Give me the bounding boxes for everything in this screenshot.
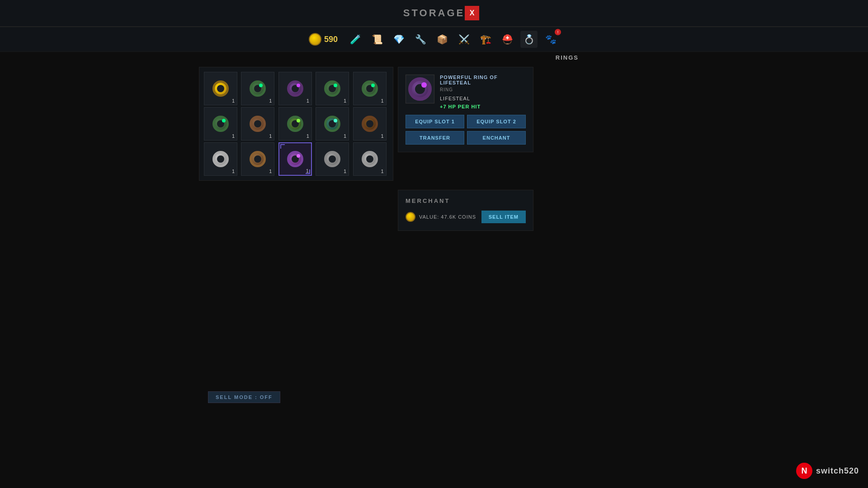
item-slot[interactable]: 1: [204, 72, 237, 105]
item-property: LIFESTEAL: [440, 96, 526, 101]
item-count: 1: [307, 133, 309, 139]
merchant-title: MERCHANT: [406, 197, 526, 204]
tab-gems[interactable]: 💎: [390, 31, 407, 48]
item-icon: [285, 149, 305, 169]
ring-purple-selected-icon: [287, 151, 303, 167]
ring-brown-icon: [250, 116, 266, 132]
ring-silver-icon: [212, 151, 229, 167]
item-slot[interactable]: 1: [278, 72, 312, 105]
item-slot[interactable]: 1: [241, 142, 274, 176]
item-count: 1: [381, 169, 383, 174]
item-count: 1: [381, 98, 383, 103]
item-slot[interactable]: 1: [353, 72, 387, 105]
item-slot[interactable]: 1: [316, 107, 349, 141]
item-icon: [248, 79, 268, 99]
item-slot[interactable]: 1: [316, 72, 349, 105]
close-button[interactable]: X: [465, 6, 479, 20]
item-count: 1: [232, 98, 235, 103]
item-slot[interactable]: 1: [353, 107, 387, 141]
item-count: 1: [344, 98, 346, 103]
item-name: POWERFUL RING OF LIFESTEAL: [440, 75, 526, 85]
inventory-panel: 1 1 1 1: [199, 67, 393, 181]
item-count: 1: [232, 133, 235, 139]
tab-chests[interactable]: 📦: [434, 31, 451, 48]
gem-icon: 💎: [393, 33, 405, 45]
equip-slot1-button[interactable]: EQUIP SLOT 1: [406, 115, 464, 128]
pet-icon: 🐾: [545, 33, 557, 45]
potion-icon: 🧪: [349, 33, 361, 45]
item-icon: [211, 149, 231, 169]
item-slot[interactable]: 1: [204, 142, 237, 176]
detail-panel: POWERFUL RING OF LIFESTEAL RING LIFESTEA…: [398, 67, 533, 152]
item-slot-selected[interactable]: 1: [278, 142, 312, 176]
item-icon: [322, 149, 342, 169]
toolbar: 590 🧪 📜 💎 🔧 📦 ⚔️ 🏗️ ⛑️ 💍 🐾 !: [0, 27, 868, 52]
ring-green-icon5: [287, 116, 303, 132]
inventory-grid: 1 1 1 1: [204, 72, 388, 176]
item-count: 1: [269, 133, 272, 139]
page-title: STORAGE: [403, 7, 465, 19]
item-count: 1: [344, 133, 346, 139]
item-count: 1: [232, 169, 235, 174]
action-buttons: EQUIP SLOT 1 EQUIP SLOT 2 TRANSFER ENCHA…: [406, 115, 526, 145]
tab-scrolls[interactable]: 📜: [368, 31, 386, 48]
helmet-icon: ⛑️: [501, 33, 513, 45]
item-icon: [360, 79, 380, 99]
merchant-value-row: VALUE: 47.6K COINS SELL ITEM: [406, 211, 526, 223]
nintendo-badge: N switch520: [796, 463, 859, 479]
header: STORAGE X: [0, 0, 868, 27]
item-slot[interactable]: 1: [278, 107, 312, 141]
tool-icon: 🔧: [415, 33, 426, 45]
item-icon: [211, 79, 231, 99]
tab-armor[interactable]: 🏗️: [477, 31, 494, 48]
item-slot[interactable]: 1: [204, 107, 237, 141]
gold-display: 590: [309, 33, 338, 46]
tab-helmets[interactable]: ⛑️: [499, 31, 516, 48]
nintendo-logo-icon: N: [796, 463, 812, 479]
armor-icon: 🏗️: [480, 33, 491, 45]
item-slot[interactable]: 1: [316, 142, 349, 176]
item-count: 1: [381, 133, 383, 139]
merchant-coin-icon: [406, 212, 415, 222]
ring-green-icon4: [212, 116, 229, 132]
tab-pets[interactable]: 🐾 !: [542, 31, 559, 48]
item-icon: [360, 149, 380, 169]
tab-tools[interactable]: 🔧: [412, 31, 429, 48]
equip-slot2-button[interactable]: EQUIP SLOT 2: [467, 115, 526, 128]
enchant-button[interactable]: ENCHANT: [467, 131, 526, 145]
gold-amount: 590: [324, 35, 338, 44]
item-slot[interactable]: 1: [241, 107, 274, 141]
item-icon: [285, 114, 305, 134]
ring-silver-icon3: [362, 151, 378, 167]
item-icon: [322, 79, 342, 99]
sell-mode-button[interactable]: SELL MODE : OFF: [208, 391, 280, 403]
item-slot[interactable]: 1: [353, 142, 387, 176]
tab-potions[interactable]: 🧪: [347, 31, 364, 48]
item-icon: [248, 149, 268, 169]
sell-item-button[interactable]: SELL ITEM: [481, 211, 526, 223]
transfer-button[interactable]: TRANSFER: [406, 131, 464, 145]
tab-rings[interactable]: 💍: [520, 31, 538, 48]
item-stat: +7 HP PER HIT: [440, 104, 526, 109]
item-icon: [211, 114, 231, 134]
ring-brown-icon2: [362, 116, 378, 132]
merchant-panel: MERCHANT VALUE: 47.6K COINS SELL ITEM: [398, 190, 533, 231]
item-count: 1: [344, 169, 346, 174]
item-preview-image: [406, 75, 434, 103]
item-icon: [248, 114, 268, 134]
item-slot[interactable]: 1: [241, 72, 274, 105]
ring-green-icon6: [324, 116, 340, 132]
ring-green-icon: [250, 80, 266, 97]
item-count: 1: [269, 98, 272, 103]
chest-icon: 📦: [436, 33, 448, 45]
ring-tab-icon: 💍: [523, 33, 535, 45]
tab-weapons[interactable]: ⚔️: [455, 31, 472, 48]
ring-purple-icon: [287, 80, 303, 97]
item-icon: [285, 79, 305, 99]
switch-text: switch520: [816, 466, 859, 476]
item-count: 1: [269, 169, 272, 174]
merchant-value-text: VALUE: 47.6K COINS: [419, 214, 478, 220]
item-count: 1: [307, 98, 309, 103]
ring-green-icon2: [324, 80, 340, 97]
category-label: RINGS: [556, 54, 579, 61]
